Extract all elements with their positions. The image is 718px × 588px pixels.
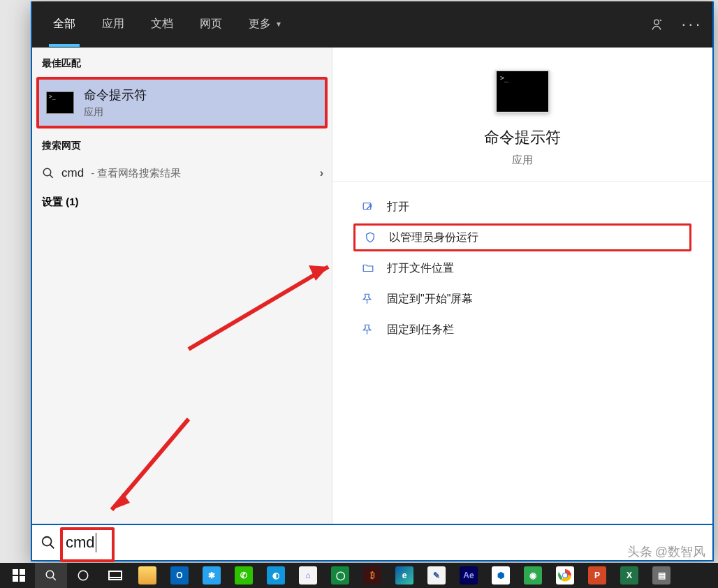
preview-title: 命令提示符 bbox=[484, 127, 561, 148]
action-open[interactable]: 打开 bbox=[353, 193, 691, 221]
action-run-as-admin[interactable]: 以管理员身份运行 bbox=[353, 223, 691, 251]
taskbar-app-tencent[interactable]: ✱ bbox=[196, 563, 228, 588]
app-icon: ◉ bbox=[524, 566, 542, 585]
results-list: 最佳匹配 命令提示符 应用 搜索网页 cmd - 查看网络搜索结果 › 设置 (… bbox=[32, 47, 332, 524]
cortana-button[interactable] bbox=[67, 563, 99, 588]
svg-point-23 bbox=[563, 573, 567, 578]
search-input-value: cmd bbox=[66, 534, 95, 552]
best-match-subtitle: 应用 bbox=[84, 106, 147, 119]
search-icon bbox=[42, 167, 54, 179]
taskbar-app-generic[interactable]: ▤ bbox=[645, 563, 677, 588]
tencent-icon: ✱ bbox=[203, 566, 221, 585]
app-icon: ₿ bbox=[363, 566, 381, 585]
svg-point-18 bbox=[78, 571, 88, 580]
tab-web[interactable]: 网页 bbox=[189, 1, 233, 47]
svg-rect-12 bbox=[13, 569, 18, 575]
dingtalk-icon: ◐ bbox=[267, 566, 285, 585]
tab-label: 全部 bbox=[53, 17, 75, 31]
svg-rect-19 bbox=[109, 571, 122, 580]
baidu-icon: ⌂ bbox=[299, 566, 317, 585]
watermark-handle: @数智风 bbox=[655, 543, 705, 560]
wechat-icon: ✆ bbox=[235, 566, 253, 585]
taskbar-app-baidu[interactable]: ⌂ bbox=[292, 563, 324, 588]
action-label: 打开 bbox=[387, 200, 409, 214]
taskbar-app-file-explorer[interactable] bbox=[131, 563, 163, 588]
best-match-title: 命令提示符 bbox=[84, 87, 147, 103]
taskbar-app-outlook[interactable]: O bbox=[163, 563, 196, 588]
section-settings[interactable]: 设置 (1) bbox=[32, 187, 332, 217]
taskbar-search-button[interactable] bbox=[35, 563, 67, 588]
feedback-icon[interactable] bbox=[650, 17, 664, 31]
notepad-icon: ✎ bbox=[427, 566, 446, 585]
taskbar-app-notepad[interactable]: ✎ bbox=[420, 563, 453, 588]
tab-docs[interactable]: 文档 bbox=[140, 1, 184, 47]
chevron-right-icon: › bbox=[320, 167, 323, 179]
web-term: cmd bbox=[61, 166, 84, 180]
action-label: 固定到任务栏 bbox=[387, 323, 454, 337]
svg-point-0 bbox=[654, 20, 659, 24]
search-icon bbox=[41, 535, 56, 550]
result-preview-pane: 命令提示符 应用 打开 以管理员身份运行 打开文件位置 固定 bbox=[332, 47, 712, 524]
start-button[interactable] bbox=[3, 563, 35, 588]
web-hint: - 查看网络搜索结果 bbox=[91, 167, 181, 180]
tab-more[interactable]: 更多 ▼ bbox=[237, 1, 293, 47]
watermark-prefix: 头条 bbox=[627, 543, 652, 560]
excel-icon: X bbox=[620, 566, 638, 585]
taskbar-app-dingtalk[interactable]: ◐ bbox=[260, 563, 292, 588]
svg-line-7 bbox=[50, 545, 54, 549]
preview-actions: 打开 以管理员身份运行 打开文件位置 固定到"开始"屏幕 固定到任务栏 bbox=[332, 182, 712, 344]
taskbar-app-store[interactable]: ⬢ bbox=[485, 563, 517, 588]
taskbar-app-green2[interactable]: ◉ bbox=[517, 563, 549, 588]
preview-subtitle: 应用 bbox=[512, 154, 533, 167]
taskbar-app-green1[interactable]: ◯ bbox=[324, 563, 356, 588]
action-label: 打开文件位置 bbox=[387, 261, 454, 276]
edge-icon: e bbox=[395, 566, 413, 585]
section-best-match: 最佳匹配 bbox=[32, 52, 332, 77]
tab-label: 更多 bbox=[249, 17, 271, 31]
taskbar-app-wechat[interactable]: ✆ bbox=[228, 563, 260, 588]
action-label: 固定到"开始"屏幕 bbox=[387, 292, 473, 307]
taskbar-app-aftereffects[interactable]: Ae bbox=[453, 563, 485, 588]
taskbar-app-excel[interactable]: X bbox=[613, 563, 645, 588]
action-pin-start[interactable]: 固定到"开始"屏幕 bbox=[353, 285, 691, 313]
search-web-result[interactable]: cmd - 查看网络搜索结果 › bbox=[32, 159, 332, 187]
tab-label: 网页 bbox=[200, 17, 222, 31]
taskbar-app-edge[interactable]: e bbox=[388, 563, 420, 588]
best-match-result[interactable]: 命令提示符 应用 bbox=[36, 77, 328, 128]
watermark: 头条 @数智风 bbox=[627, 543, 705, 560]
windows-search-panel: 全部 应用 文档 网页 更多 ▼ ··· 最佳匹配 命令提示符 应用 bbox=[31, 1, 714, 561]
action-label: 以管理员身份运行 bbox=[389, 230, 478, 245]
svg-point-1 bbox=[43, 168, 51, 176]
taskbar-app-powerpoint[interactable]: P bbox=[581, 563, 613, 588]
svg-rect-13 bbox=[20, 569, 25, 575]
app-icon: ◯ bbox=[331, 566, 349, 585]
task-view-icon bbox=[108, 571, 122, 580]
cmd-prompt-icon bbox=[46, 91, 74, 114]
taskbar-app-ps[interactable]: ₿ bbox=[356, 563, 388, 588]
section-search-web: 搜索网页 bbox=[32, 128, 332, 159]
svg-rect-14 bbox=[13, 576, 18, 582]
windows-taskbar: O ✱ ✆ ◐ ⌂ ◯ ₿ e ✎ Ae ⬢ ◉ P X ▤ bbox=[0, 563, 718, 588]
pin-icon bbox=[362, 293, 374, 305]
cmd-prompt-icon bbox=[495, 70, 550, 113]
action-pin-taskbar[interactable]: 固定到任务栏 bbox=[353, 316, 691, 344]
folder-icon bbox=[138, 566, 156, 585]
tab-label: 应用 bbox=[102, 17, 124, 31]
svg-point-16 bbox=[46, 571, 54, 578]
svg-line-2 bbox=[50, 175, 53, 178]
task-view-button[interactable] bbox=[99, 563, 131, 588]
taskbar-app-chrome[interactable] bbox=[549, 563, 581, 588]
shield-icon bbox=[364, 231, 376, 244]
pin-icon bbox=[362, 323, 374, 336]
store-icon: ⬢ bbox=[492, 566, 510, 585]
open-icon bbox=[362, 200, 374, 213]
search-tabs-bar: 全部 应用 文档 网页 更多 ▼ ··· bbox=[32, 1, 712, 47]
app-icon: ▤ bbox=[652, 566, 671, 585]
folder-icon bbox=[362, 262, 374, 274]
search-input-bar[interactable]: cmd bbox=[32, 524, 712, 560]
tab-apps[interactable]: 应用 bbox=[91, 1, 135, 47]
tab-all[interactable]: 全部 bbox=[42, 1, 87, 47]
chevron-down-icon: ▼ bbox=[275, 20, 282, 28]
action-open-file-location[interactable]: 打开文件位置 bbox=[353, 254, 691, 282]
ae-icon: Ae bbox=[460, 566, 478, 585]
